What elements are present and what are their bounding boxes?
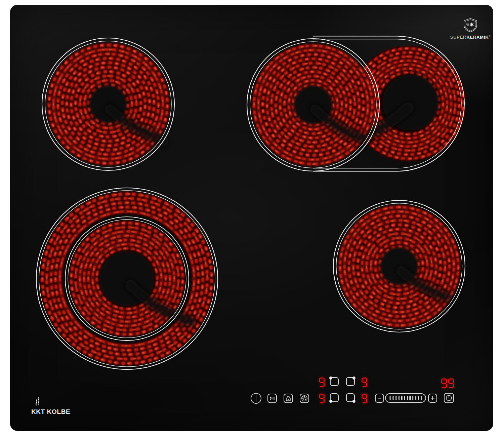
play-pause-button[interactable] — [267, 394, 277, 403]
lock-icon — [284, 394, 292, 402]
hob-surface: SUPERKERAMIK® KKT KOLBE — [10, 5, 493, 431]
flame-icon — [34, 397, 41, 406]
zone-select-front-right[interactable] — [346, 393, 355, 402]
power-button[interactable] — [251, 393, 261, 404]
display-level-front-right — [362, 394, 367, 403]
slider-ticks-icon — [389, 396, 422, 400]
plus-button[interactable] — [428, 394, 437, 403]
display-level-front-left — [319, 394, 325, 403]
zone-select-front-left[interactable] — [330, 393, 339, 402]
display-level-back-right — [362, 378, 367, 387]
display-timer — [441, 379, 454, 388]
heating-zone-front-left — [33, 184, 223, 375]
display-level-back-left — [319, 378, 325, 387]
shield-star-icon — [463, 18, 478, 32]
heating-zone-back-right — [239, 29, 474, 181]
product-photo: SUPERKERAMIK® KKT KOLBE — [0, 0, 504, 437]
zone-dot-bottom-left-icon — [329, 400, 332, 403]
zone-dot-top-left-icon — [329, 376, 332, 380]
child-lock-button[interactable] — [284, 394, 293, 403]
timer-clock-icon — [445, 394, 453, 402]
coil-graphic-back-right — [239, 29, 474, 180]
zone-select-back-left[interactable] — [330, 377, 339, 386]
kkt-kolbe-logo: KKT KOLBE — [31, 397, 70, 415]
superkeramik-wordmark: SUPERKERAMIK® — [450, 35, 491, 40]
zone-dot-top-right-icon — [352, 376, 355, 380]
coil-graphic-back-left — [34, 30, 182, 178]
coil-graphic-front-left — [33, 184, 223, 374]
coil-graphic-front-right — [332, 199, 466, 333]
plus-icon — [429, 394, 436, 402]
superkeramik-logo: SUPERKERAMIK® — [448, 18, 493, 40]
minus-button[interactable] — [375, 394, 384, 403]
minus-icon — [376, 394, 383, 402]
dual-zone-button[interactable] — [300, 394, 309, 403]
zone-select-back-right[interactable] — [346, 377, 355, 386]
power-slider[interactable] — [385, 393, 426, 403]
kkt-kolbe-wordmark: KKT KOLBE — [31, 408, 70, 415]
timer-button[interactable] — [444, 393, 454, 403]
heating-zone-front-right — [332, 199, 466, 335]
zone-dot-bottom-right-icon — [352, 400, 355, 403]
heating-zone-back-left — [34, 30, 182, 180]
dual-zone-rings-icon — [300, 394, 308, 402]
play-pause-icon — [268, 394, 276, 402]
